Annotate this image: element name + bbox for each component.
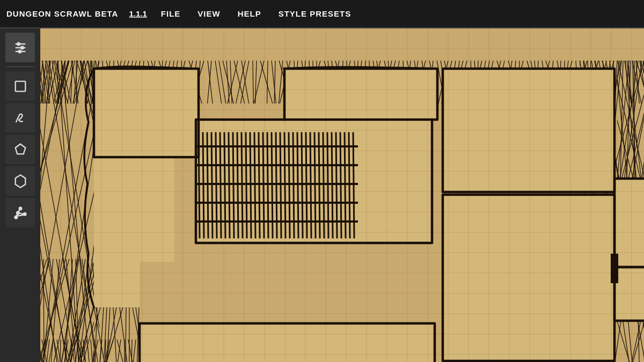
svg-rect-9: [15, 81, 25, 91]
svg-point-2: [17, 42, 20, 45]
svg-point-8: [18, 50, 21, 53]
app-version[interactable]: 1.1.1: [129, 9, 147, 18]
nav-help[interactable]: HELP: [235, 7, 265, 20]
nav-style-presets[interactable]: STYLE PRESETS: [275, 7, 355, 20]
svg-point-13: [19, 207, 21, 210]
dungeon-map-canvas[interactable]: [40, 28, 644, 362]
svg-marker-10: [15, 144, 25, 154]
main-area: [0, 28, 644, 362]
hexagon-icon: [13, 174, 28, 189]
nodes-icon: [13, 205, 28, 220]
rectangle-icon: [13, 79, 28, 94]
svg-line-17: [18, 210, 20, 212]
dungeon-canvas-area[interactable]: [40, 28, 644, 362]
freehand-icon: [13, 110, 28, 125]
settings-icon: [13, 40, 28, 55]
node-tool-button[interactable]: [5, 198, 35, 227]
rectangle-tool-button[interactable]: [5, 71, 35, 101]
svg-marker-11: [15, 175, 25, 187]
settings-button[interactable]: [5, 33, 35, 62]
freehand-tool-button[interactable]: [5, 103, 35, 132]
svg-point-5: [21, 46, 24, 49]
navbar: DUNGEON SCRAWL BETA 1.1.1 FILE VIEW HELP…: [0, 0, 644, 28]
hexagon-tool-button[interactable]: [5, 166, 35, 196]
svg-line-18: [19, 213, 23, 214]
app-brand: DUNGEON SCRAWL BETA: [6, 9, 118, 18]
nav-file[interactable]: FILE: [158, 7, 184, 20]
sidebar-divider: [5, 67, 35, 67]
sidebar: [0, 28, 40, 362]
polygon-tool-button[interactable]: [5, 135, 35, 164]
polygon-icon: [13, 142, 28, 157]
svg-point-15: [17, 211, 19, 214]
nav-view[interactable]: VIEW: [194, 7, 223, 20]
